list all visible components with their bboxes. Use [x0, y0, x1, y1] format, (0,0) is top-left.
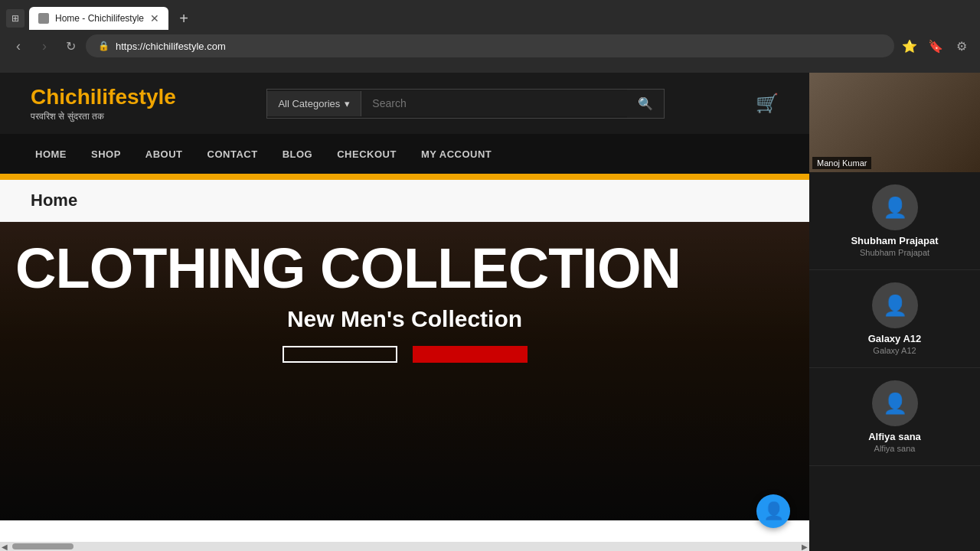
tab-bar: ⊞ Home - Chichilifestyle ✕ + — [0, 0, 980, 31]
site-header: Chichilifestyle परवरिश से सुंदरता तक All… — [0, 73, 809, 134]
forward-button[interactable]: › — [34, 35, 55, 57]
tab-square-button[interactable]: ⊞ — [6, 9, 24, 28]
participant-galaxy: 👤 Galaxy A12 Galaxy A12 — [809, 270, 980, 368]
search-category-dropdown[interactable]: All Categories ▾ — [267, 91, 361, 116]
browser-action-2[interactable]: 🔖 — [925, 35, 946, 57]
video-area: Manoj Kumar — [809, 73, 980, 172]
refresh-button[interactable]: ↻ — [60, 35, 81, 57]
hero-btn-outline[interactable] — [283, 346, 397, 363]
chat-bubble-icon: 👤 — [763, 501, 784, 521]
gold-accent-bar — [0, 174, 809, 180]
participant-alfiya: 👤 Alfiya sana Alfiya sana — [809, 368, 980, 466]
breadcrumb: Home — [31, 191, 77, 210]
logo-title: Chichilifestyle — [31, 85, 176, 109]
search-bar: All Categories ▾ 🔍 — [266, 89, 665, 119]
logo-tagline: परवरिश से सुंदरता तक — [31, 111, 176, 122]
participant-name-alfiya-main: Alfiya sana — [868, 431, 921, 442]
address-bar[interactable]: 🔒 https://chichilifestyle.com — [86, 34, 894, 57]
nav-item-my-account[interactable]: MY ACCOUNT — [409, 134, 504, 174]
scrollbar-right-arrow[interactable]: ▶ — [800, 542, 809, 551]
nav-item-blog[interactable]: BLOG — [270, 134, 325, 174]
participant-name-shubham-sub: Shubham Prajapat — [860, 248, 929, 257]
hero-title: CLOTHING COLLECTION — [15, 240, 794, 297]
tab-favicon — [38, 13, 49, 24]
new-tab-button[interactable]: + — [173, 8, 194, 29]
main-site: Chichilifestyle परवरिश से सुंदरता तक All… — [0, 73, 809, 551]
video-placeholder: Manoj Kumar — [809, 73, 980, 172]
participant-shubham: 👤 Shubham Prajapat Shubham Prajapat — [809, 172, 980, 270]
side-panel: Manoj Kumar 👤 Shubham Prajapat Shubham P… — [809, 73, 980, 551]
breadcrumb-area: Home — [0, 180, 809, 222]
browser-action-3[interactable]: ⚙ — [951, 35, 972, 57]
hero-buttons — [15, 346, 794, 363]
scrollbar-left-arrow[interactable]: ◀ — [0, 542, 9, 551]
logo-area: Chichilifestyle परवरिश से सुंदरता तक — [31, 85, 176, 122]
video-name-tag: Manoj Kumar — [812, 157, 871, 169]
participant-name-galaxy-sub: Galaxy A12 — [873, 346, 916, 355]
address-bar-row: ‹ › ↻ 🔒 https://chichilifestyle.com ⭐ 🔖 … — [0, 31, 980, 61]
nav-item-about[interactable]: ABOUT — [133, 134, 195, 174]
nav-item-home[interactable]: HOME — [23, 134, 79, 174]
tab-close-icon[interactable]: ✕ — [150, 12, 159, 24]
hero-subtitle: New Men's Collection — [15, 306, 794, 332]
browser-action-1[interactable]: ⭐ — [899, 35, 920, 57]
participant-name-galaxy-main: Galaxy A12 — [868, 333, 922, 344]
site-nav: HOME SHOP ABOUT CONTACT BLOG CHECKOUT MY… — [0, 134, 809, 174]
url-text: https://chichilifestyle.com — [116, 41, 882, 52]
participant-avatar-alfiya: 👤 — [872, 380, 918, 426]
browser-chrome: ⊞ Home - Chichilifestyle ✕ + ‹ › ↻ 🔒 htt… — [0, 0, 980, 73]
participant-avatar-shubham: 👤 — [872, 184, 918, 230]
search-input[interactable] — [361, 90, 627, 116]
search-category-label: All Categories — [278, 98, 340, 109]
hero-content: CLOTHING COLLECTION New Men's Collection — [0, 222, 809, 363]
back-button[interactable]: ‹ — [8, 35, 29, 57]
participants-list: 👤 Shubham Prajapat Shubham Prajapat 👤 Ga… — [809, 172, 980, 551]
scrollbar-thumb[interactable] — [12, 543, 74, 549]
nav-item-contact[interactable]: CONTACT — [195, 134, 270, 174]
full-layout: Chichilifestyle परवरिश से सुंदरता तक All… — [0, 73, 980, 551]
chevron-down-icon: ▾ — [345, 98, 350, 109]
hero-section: CLOTHING COLLECTION New Men's Collection — [0, 222, 809, 520]
lock-icon: 🔒 — [98, 41, 109, 51]
active-tab[interactable]: Home - Chichilifestyle ✕ — [29, 7, 168, 30]
participant-name-alfiya-sub: Alfiya sana — [874, 444, 916, 453]
bottom-scrollbar[interactable]: ◀ ▶ — [0, 542, 809, 551]
chat-bubble[interactable]: 👤 — [756, 494, 790, 528]
cart-icon[interactable]: 🛒 — [756, 93, 779, 114]
hero-btn-red[interactable] — [413, 346, 528, 363]
nav-item-checkout[interactable]: CHECKOUT — [325, 134, 409, 174]
participant-avatar-galaxy: 👤 — [872, 282, 918, 328]
participant-name-shubham-main: Shubham Prajapat — [851, 235, 938, 246]
nav-item-shop[interactable]: SHOP — [79, 134, 133, 174]
tab-title: Home - Chichilifestyle — [55, 13, 144, 24]
search-button[interactable]: 🔍 — [627, 90, 664, 118]
